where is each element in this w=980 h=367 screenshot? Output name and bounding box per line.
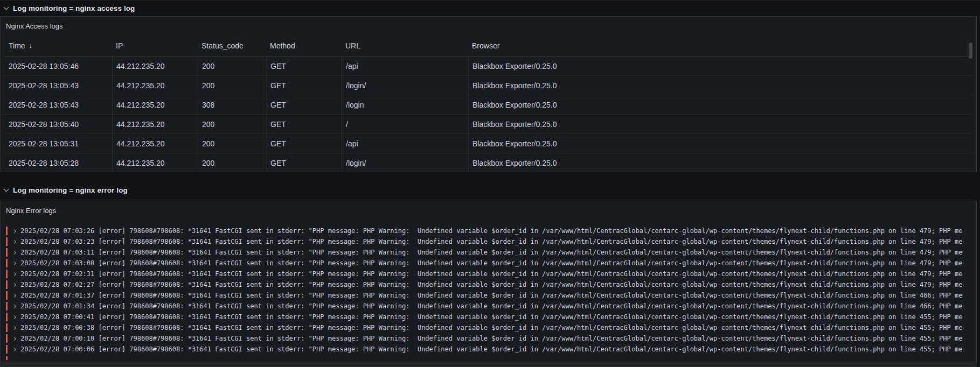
table-cell-method: GET <box>266 57 342 75</box>
chevron-right-icon[interactable] <box>12 239 16 243</box>
log-row[interactable]: 2025/02/28 07:00:06 [error] 798608#79860… <box>1 344 976 355</box>
table-cell-method: GET <box>266 134 342 153</box>
log-row[interactable]: 2025/02/28 07:01:37 [error] 798608#79860… <box>1 290 976 301</box>
chevron-right-icon[interactable] <box>12 347 16 351</box>
table-cell-browser: Blackbox Exporter/0.25.0 <box>468 153 972 172</box>
log-level-error-bar <box>6 280 8 289</box>
table-cell-browser: Blackbox Exporter/0.25.0 <box>468 57 972 75</box>
table-cell-status_code: 200 <box>198 57 266 75</box>
log-line-text: 2025/02/28 07:03:11 [error] 798608#79860… <box>20 249 976 256</box>
table-row: 2025-02-28 13:05:4344.212.235.20200GET/l… <box>5 76 972 95</box>
chevron-right-icon[interactable] <box>12 229 16 232</box>
column-header-url[interactable]: URL <box>342 41 468 50</box>
table-cell-method: GET <box>266 76 342 95</box>
log-line-text: 2025/02/28 07:00:06 [error] 798608#79860… <box>20 345 976 353</box>
log-row[interactable]: 2025/02/28 07:03:08 [error] 798608#79860… <box>1 258 976 269</box>
log-line-list: 2025/02/28 07:03:26 [error] 798608#79860… <box>1 220 976 360</box>
log-row[interactable]: 2025/02/28 07:03:23 [error] 798608#79860… <box>1 236 976 247</box>
table-cell-time: 2025-02-28 13:05:43 <box>5 76 112 95</box>
log-line-text: 2025/02/28 07:01:34 [error] 798608#79860… <box>20 302 976 310</box>
column-header-browser[interactable]: Browser <box>468 41 972 50</box>
log-line-text: 2025/02/28 07:00:10 [error] 798608#79860… <box>20 335 976 342</box>
log-line-text: 2025/02/28 07:02:27 [error] 798608#79860… <box>20 281 976 288</box>
access-log-table: Time↓IPStatus_codeMethodURLBrowser 2025-… <box>5 35 972 172</box>
chevron-right-icon[interactable] <box>12 261 16 265</box>
sort-desc-icon: ↓ <box>29 41 33 50</box>
log-row[interactable]: 2025/02/28 07:00:38 [error] 798608#79860… <box>1 322 976 333</box>
log-level-error-bar <box>6 270 8 278</box>
table-cell-browser: Blackbox Exporter/0.25.0 <box>468 95 972 114</box>
log-level-error-bar <box>6 291 8 300</box>
horizontal-scrollbar[interactable] <box>1 362 976 366</box>
log-line-text: 2025/02/28 07:00:38 [error] 798608#79860… <box>20 324 976 331</box>
table-row: 2025-02-28 13:05:4644.212.235.20200GET/a… <box>5 57 972 76</box>
table-cell-url: / <box>342 115 468 133</box>
chevron-right-icon[interactable] <box>12 315 16 319</box>
log-row[interactable]: 2025/02/28 07:01:34 [error] 798608#79860… <box>1 301 976 312</box>
row-title-error: Log monitoring = nginx error log <box>13 186 128 194</box>
column-label: URL <box>345 41 360 50</box>
log-row[interactable]: 2025/02/28 07:03:26 [error] 798608#79860… <box>1 225 976 236</box>
log-row[interactable]: 2025/02/28 07:00:10 [error] 798608#79860… <box>1 333 976 344</box>
log-row[interactable]: 2025/02/28 07:02:31 [error] 798608#79860… <box>1 269 976 279</box>
table-row: 2025-02-28 13:05:2844.212.235.20200GET/l… <box>5 153 972 172</box>
table-cell-url: /api <box>342 57 468 75</box>
chevron-right-icon[interactable] <box>12 272 16 276</box>
grafana-dashboard: Log monitoring = nginx access log Nginx … <box>0 0 980 367</box>
table-cell-ip: 44.212.235.20 <box>112 76 198 95</box>
chevron-down-icon <box>4 186 9 192</box>
column-header-method[interactable]: Method <box>266 41 342 50</box>
table-cell-ip: 44.212.235.20 <box>112 153 198 172</box>
log-level-error-bar <box>6 237 8 246</box>
table-row: 2025-02-28 13:05:4344.212.235.20308GET/l… <box>5 95 972 115</box>
column-header-status_code[interactable]: Status_code <box>198 41 266 50</box>
table-cell-ip: 44.212.235.20 <box>112 95 198 114</box>
table-cell-status_code: 308 <box>198 95 266 114</box>
table-body: 2025-02-28 13:05:4644.212.235.20200GET/a… <box>5 57 972 172</box>
panel-title-access: Nginx Access logs <box>6 22 63 30</box>
row-title-access: Log monitoring = nginx access log <box>13 4 135 12</box>
chevron-right-icon[interactable] <box>12 250 16 254</box>
log-line-text: 2025/02/28 07:03:08 [error] 798608#79860… <box>20 259 976 267</box>
table-cell-ip: 44.212.235.20 <box>112 134 198 153</box>
table-cell-url: /api <box>342 134 468 153</box>
chevron-right-icon[interactable] <box>12 326 16 329</box>
chevron-right-icon[interactable] <box>12 336 16 340</box>
vertical-scrollbar[interactable] <box>969 43 972 59</box>
log-level-error-bar <box>6 227 8 235</box>
log-line-text: 2025/02/28 07:03:23 [error] 798608#79860… <box>20 238 976 245</box>
column-header-ip[interactable]: IP <box>112 41 198 50</box>
column-label: Time <box>9 41 25 50</box>
dashboard-row-error-log[interactable]: Log monitoring = nginx error log <box>0 182 980 198</box>
log-row-partial <box>1 356 976 360</box>
chevron-right-icon[interactable] <box>12 283 16 286</box>
log-line-text: 2025/02/28 07:00:41 [error] 798608#79860… <box>20 313 976 321</box>
table-cell-url: /login/ <box>342 153 468 172</box>
table-cell-method: GET <box>266 153 342 172</box>
table-row: 2025-02-28 13:05:4044.212.235.20200GET/B… <box>5 115 972 134</box>
log-row[interactable]: 2025/02/28 07:02:27 [error] 798608#79860… <box>1 279 976 290</box>
panel-header[interactable]: Nginx Access logs <box>1 17 976 35</box>
table-cell-ip: 44.212.235.20 <box>112 57 198 75</box>
log-row[interactable]: 2025/02/28 07:00:41 [error] 798608#79860… <box>1 312 976 322</box>
panel-header[interactable]: Nginx Error logs <box>1 201 976 220</box>
dashboard-row-access-log[interactable]: Log monitoring = nginx access log <box>0 0 980 16</box>
table-header-row: Time↓IPStatus_codeMethodURLBrowser <box>5 35 972 57</box>
table-cell-url: /login/ <box>342 76 468 95</box>
log-level-error-bar <box>6 356 8 360</box>
table-cell-browser: Blackbox Exporter/0.25.0 <box>468 76 972 95</box>
chevron-right-icon[interactable] <box>12 304 16 308</box>
log-row[interactable]: 2025/02/28 07:03:11 [error] 798608#79860… <box>1 247 976 258</box>
log-level-error-bar <box>6 259 8 267</box>
log-line-text: 2025/02/28 07:03:26 [error] 798608#79860… <box>20 227 976 235</box>
chevron-right-icon[interactable] <box>12 293 16 297</box>
table-cell-time: 2025-02-28 13:05:43 <box>5 95 112 114</box>
panel-title-error: Nginx Error logs <box>6 207 56 215</box>
log-line-text: 2025/02/28 07:02:31 [error] 798608#79860… <box>20 270 976 278</box>
log-level-error-bar <box>6 248 8 257</box>
log-level-error-bar <box>6 345 8 354</box>
column-header-time[interactable]: Time↓ <box>5 41 112 50</box>
table-cell-time: 2025-02-28 13:05:46 <box>5 57 112 75</box>
column-label: Method <box>270 41 295 50</box>
table-cell-status_code: 200 <box>198 134 266 153</box>
